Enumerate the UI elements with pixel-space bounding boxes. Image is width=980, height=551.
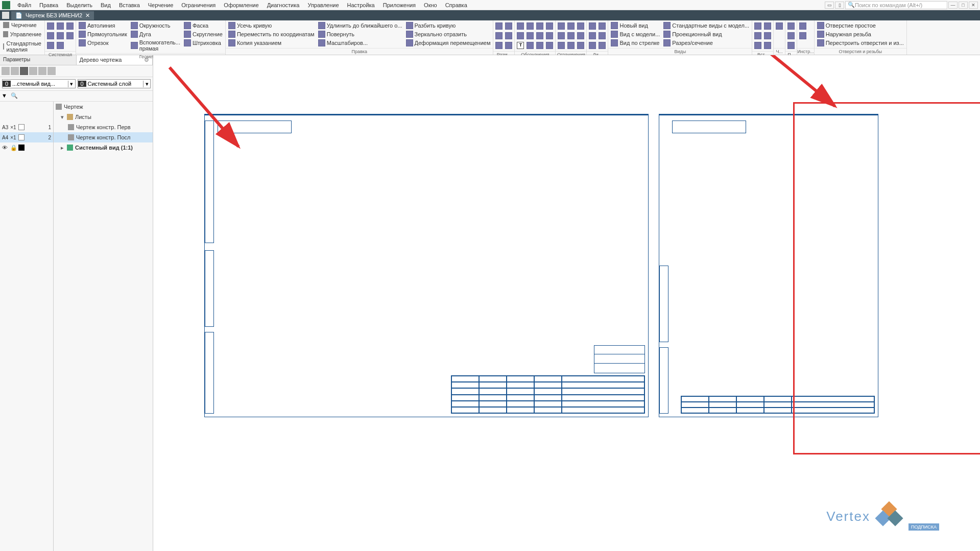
tree-sheet2[interactable]: Чертеж констр. Посл <box>54 132 153 142</box>
menu-apps[interactable]: Приложения <box>379 1 420 9</box>
orientation-checkbox[interactable] <box>18 124 25 130</box>
mode-drawing[interactable]: Черчение <box>0 20 44 30</box>
tab-close-icon[interactable]: ✕ <box>85 12 90 19</box>
tree-tool1-icon[interactable] <box>2 67 10 75</box>
diag2-button[interactable] <box>588 31 597 40</box>
ch1-button[interactable] <box>775 21 784 31</box>
table-button[interactable] <box>525 41 535 50</box>
circle-button[interactable]: Окружность <box>129 21 182 30</box>
tree-sheet1[interactable]: Чертеж констр. Перв <box>54 122 153 132</box>
layout-icon-1[interactable]: ▭ <box>825 2 834 9</box>
menu-drawing[interactable]: Черчение <box>144 1 178 9</box>
fillet-button[interactable]: Скругление <box>182 30 224 38</box>
ins4-button[interactable] <box>763 21 772 31</box>
document-tab[interactable]: 📄 Чертеж БЕЗ ИМЕНИ2 ✕ <box>11 11 94 20</box>
search-tree-icon[interactable]: 🔍 <box>11 92 18 100</box>
ins2-button[interactable] <box>753 31 762 40</box>
move-button[interactable]: Переместить по координатам <box>227 30 316 38</box>
ann7-button[interactable] <box>535 41 544 50</box>
chamfer-button[interactable]: Фаска <box>182 21 224 30</box>
break-button[interactable]: Разбить кривую <box>404 21 492 30</box>
diag4-button[interactable] <box>597 21 607 31</box>
con6-button[interactable] <box>566 41 576 50</box>
print-button[interactable] <box>56 31 65 40</box>
ins6-button[interactable] <box>763 41 772 50</box>
autoline-button[interactable]: Автолиния <box>77 21 129 30</box>
con3-button[interactable] <box>557 41 566 50</box>
lock-icon[interactable]: 🔒 <box>10 145 16 151</box>
a3-title-block[interactable] <box>451 375 645 414</box>
con9-button[interactable] <box>576 41 585 50</box>
trim-button[interactable]: Усечь кривую <box>227 21 316 30</box>
mode-stdparts[interactable]: Стандартные изделия <box>0 39 44 54</box>
con7-button[interactable] <box>576 21 585 31</box>
menu-window[interactable]: Окно <box>420 1 441 9</box>
dim6-button[interactable] <box>504 41 513 50</box>
extend-button[interactable]: Удлинить до ближайшего о... <box>317 21 404 30</box>
menu-manage[interactable]: Управление <box>303 1 343 9</box>
diag1-button[interactable] <box>588 21 597 31</box>
layout-icon-2[interactable]: ▯ <box>835 2 844 9</box>
mirror-button[interactable]: Зеркально отразить <box>404 30 492 38</box>
rotate-button[interactable]: Повернуть <box>317 30 404 38</box>
dim5-button[interactable] <box>504 31 513 40</box>
tree-tool5-icon[interactable] <box>38 67 46 75</box>
dim2-button[interactable] <box>494 31 504 40</box>
diag5-button[interactable] <box>597 31 607 40</box>
dim1-button[interactable] <box>494 21 504 31</box>
rebuild-button[interactable]: Перестроить отверстия и из... <box>816 39 905 47</box>
expand-icon[interactable]: ▸ <box>60 145 65 151</box>
arc-button[interactable]: Дуга <box>129 30 182 38</box>
ann3-button[interactable] <box>525 21 535 31</box>
sheet-a4[interactable] <box>659 114 878 417</box>
diag6-button[interactable] <box>597 41 607 50</box>
layer-select[interactable]: 0 Системный слой ▾ <box>78 79 151 88</box>
filter-icon[interactable]: ▼ <box>2 92 9 100</box>
thread-ext-button[interactable]: Наружная резьба <box>816 30 905 38</box>
sheet-a3[interactable] <box>204 114 649 417</box>
eye-icon[interactable]: 👁 <box>2 145 8 151</box>
projview-button[interactable]: Проекционный вид <box>662 30 751 38</box>
orientation-checkbox[interactable] <box>18 134 25 140</box>
saveall-button[interactable] <box>65 21 75 31</box>
close-button[interactable]: ✕ <box>969 2 978 9</box>
copy-button[interactable]: Копия указанием <box>227 39 316 47</box>
menu-diagnostics[interactable]: Диагностика <box>263 1 304 9</box>
arrowview-button[interactable]: Вид по стрелке <box>609 39 661 47</box>
auxline-button[interactable]: Вспомогатель...прямая <box>129 39 182 52</box>
ann8-button[interactable] <box>545 21 554 31</box>
tree-tool4-icon[interactable] <box>29 67 37 75</box>
text-button[interactable]: T <box>516 41 525 50</box>
menu-edit[interactable]: Правка <box>35 1 62 9</box>
tree-tool6-icon[interactable] <box>47 67 56 75</box>
p3-button[interactable] <box>786 41 796 50</box>
ann5-button[interactable] <box>535 21 544 31</box>
ann2-button[interactable] <box>516 31 525 40</box>
ann6-button[interactable] <box>535 31 544 40</box>
ann4-button[interactable] <box>525 31 535 40</box>
menu-constraints[interactable]: Ограничения <box>177 1 220 9</box>
dim4-button[interactable] <box>504 21 513 31</box>
tree-tool2-icon[interactable] <box>11 67 19 75</box>
tool1-button[interactable] <box>798 21 807 31</box>
menu-file[interactable]: Файл <box>13 1 35 9</box>
menu-help[interactable]: Справка <box>441 1 471 9</box>
segment-button[interactable]: Отрезок <box>77 39 129 47</box>
save-button[interactable] <box>56 21 65 31</box>
con1-button[interactable] <box>557 21 566 31</box>
tree-sheets[interactable]: ▾ Листы <box>54 112 153 122</box>
con8-button[interactable] <box>576 31 585 40</box>
tree-root[interactable]: Чертеж <box>54 102 153 112</box>
drawing-canvas[interactable]: Vertex ПОДПИСКА <box>153 55 980 551</box>
view-select[interactable]: 0 ...стемный вид... ▾ <box>2 79 76 88</box>
ann1-button[interactable] <box>516 21 525 31</box>
hole-simple-button[interactable]: Отверстие простое <box>816 21 905 30</box>
con2-button[interactable] <box>557 31 566 40</box>
hatch-button[interactable]: Штриховка <box>182 39 224 47</box>
ins1-button[interactable] <box>753 21 762 31</box>
menu-view[interactable]: Вид <box>97 1 115 9</box>
maximize-button[interactable]: □ <box>959 2 968 9</box>
p1-button[interactable] <box>786 21 796 31</box>
menu-insert[interactable]: Вставка <box>115 1 144 9</box>
ins3-button[interactable] <box>753 41 762 50</box>
